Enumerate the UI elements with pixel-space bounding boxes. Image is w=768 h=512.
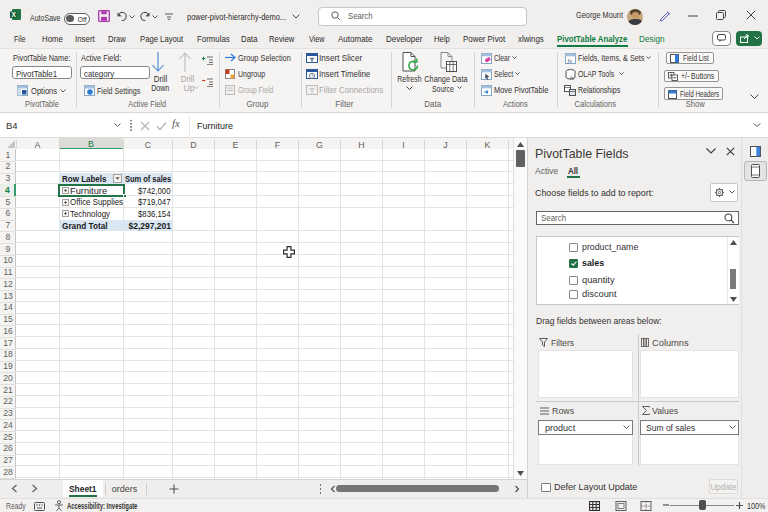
svg-text:X: X [11, 11, 16, 18]
svg-text:fx: fx [570, 74, 575, 80]
svg-text:fx: fx [568, 56, 573, 63]
